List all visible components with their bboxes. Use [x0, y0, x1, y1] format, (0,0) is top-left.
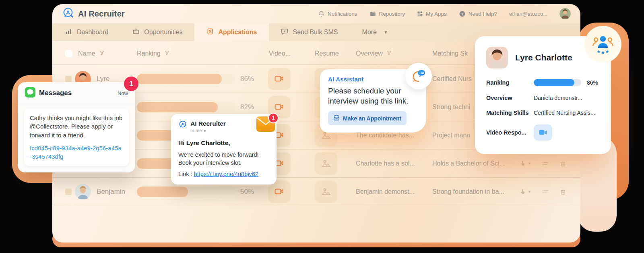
- table-row[interactable]: Benjamin 50% Benjamin demonst... Strong …: [52, 177, 580, 206]
- delete-button[interactable]: [559, 189, 566, 195]
- messages-app-icon: [25, 87, 35, 99]
- tab-send-bulk-sms[interactable]: Send Bulk SMS: [269, 23, 350, 41]
- video-camera-icon: [538, 128, 548, 137]
- resume-button[interactable]: [315, 180, 337, 203]
- video-response-button[interactable]: [268, 68, 291, 90]
- col-header-name[interactable]: Name: [78, 45, 105, 62]
- make-appointment-button[interactable]: Make an Appointment: [328, 111, 407, 125]
- ranking-bar: [137, 102, 235, 112]
- col-resume-label: Resume: [315, 50, 339, 57]
- envelope-icon: 1: [256, 116, 275, 132]
- assistant-message: Please schedule your interview using thi…: [328, 86, 421, 106]
- col-header-matching[interactable]: Matching Sk: [432, 45, 468, 62]
- col-header-video[interactable]: Video...: [269, 45, 291, 62]
- email-sender: AI Recruiter: [190, 120, 226, 127]
- candidate-photo: [486, 47, 508, 68]
- video-response-button[interactable]: [534, 124, 552, 141]
- matching-skills-text: Certified Nurs: [432, 65, 472, 93]
- overview-value: Daniela demonstr...: [534, 95, 582, 101]
- overview-label: Overview: [486, 95, 534, 101]
- svg-text:+AI: +AI: [419, 71, 424, 75]
- tab-send-bulk-sms-label: Send Bulk SMS: [293, 29, 338, 36]
- overview-row: Overview Daniela demonstr...: [486, 95, 600, 101]
- account-email[interactable]: ethan@atozco...: [509, 11, 547, 17]
- video-response-label: Video Respo...: [486, 129, 534, 136]
- app-header: AI Recruiter Notifications Repository My…: [52, 4, 580, 23]
- video-response-row: Video Respo...: [486, 124, 600, 141]
- list-action-button[interactable]: [542, 160, 549, 167]
- nav-my-apps[interactable]: My Apps: [417, 11, 447, 17]
- messages-notification-card: 1 Messages Now Cathy thinks you might li…: [18, 82, 135, 172]
- ai-chat-badge: +AI: [405, 63, 432, 89]
- tab-more-label: More: [362, 29, 377, 36]
- chevron-down-icon: ▼: [203, 129, 206, 133]
- ai-recruiter-logo-icon: [62, 7, 74, 21]
- col-matching-label: Matching Sk: [432, 50, 468, 57]
- chevron-down-icon: ▼: [528, 162, 531, 166]
- overview-text: Charlotte has a sol...: [356, 149, 415, 178]
- image-icon: [320, 186, 332, 197]
- ai-recruiter-logo-icon: [178, 120, 187, 131]
- email-link-line: Link : https:// tiny.one/4u8bjv62: [178, 171, 269, 177]
- resume-button[interactable]: [315, 152, 337, 175]
- candidate-name: Benjamin: [97, 178, 125, 206]
- tab-more[interactable]: More ▼: [350, 23, 400, 41]
- matching-skills-row: Matching Skills Certified Nursing Assis.…: [486, 110, 600, 116]
- tab-opportunities[interactable]: Opportunities: [120, 23, 194, 41]
- matching-skills-text: Project mana: [432, 121, 470, 149]
- col-header-overview[interactable]: Overview: [356, 45, 392, 62]
- matching-skills-label: Matching Skills: [486, 110, 534, 116]
- chevron-down-icon: ▼: [528, 190, 531, 194]
- message-text: Cathy thinks you might like this job @Co…: [30, 114, 123, 139]
- quick-action-button[interactable]: ▼: [519, 160, 531, 167]
- apps-grid-icon: [417, 11, 423, 17]
- quick-action-button[interactable]: ▼: [519, 189, 531, 195]
- nav-repository[interactable]: Repository: [369, 10, 405, 17]
- row-checkbox[interactable]: [65, 76, 72, 82]
- select-all-checkbox[interactable]: [65, 50, 72, 57]
- filter-icon[interactable]: [164, 50, 170, 57]
- col-header-resume[interactable]: Resume: [315, 45, 339, 62]
- filter-icon[interactable]: [386, 50, 392, 57]
- stage: AI Recruiter Notifications Repository My…: [0, 0, 644, 253]
- nav-notifications[interactable]: Notifications: [318, 10, 357, 17]
- matching-skills-text: Strong foundation in ba...: [432, 178, 504, 206]
- filter-icon[interactable]: [99, 50, 105, 57]
- email-greeting: Hi Lyre Charlotte,: [178, 139, 269, 147]
- people-group-icon: [591, 33, 615, 55]
- video-camera-icon: [274, 102, 285, 113]
- nav-my-apps-label: My Apps: [426, 11, 447, 17]
- ranking-bar-fill: [137, 74, 222, 84]
- col-header-ranking[interactable]: Ranking: [137, 45, 170, 62]
- message-bubble[interactable]: Cathy thinks you might like this job @Co…: [24, 108, 129, 166]
- email-recipient[interactable]: to me ▼: [190, 128, 226, 133]
- row-checkbox[interactable]: [65, 189, 72, 195]
- trash-icon: [559, 189, 566, 195]
- ranking-bar-fill: [534, 79, 574, 86]
- assistant-title: AI Assistant: [328, 76, 418, 83]
- folder-icon: [369, 10, 376, 17]
- messages-title: Messages: [39, 89, 72, 97]
- nav-need-help[interactable]: ? Need Help?: [459, 10, 497, 17]
- tab-opportunities-label: Opportunities: [144, 29, 182, 36]
- ranking-row: Ranking 86%: [486, 79, 600, 86]
- tab-dashboard[interactable]: Dashboard: [52, 23, 120, 41]
- tab-applications[interactable]: Applications: [194, 23, 269, 41]
- ranking-label: Ranking: [486, 79, 534, 86]
- messages-time: Now: [118, 90, 128, 96]
- col-name-label: Name: [78, 50, 95, 57]
- list-action-button[interactable]: [542, 188, 549, 195]
- user-avatar[interactable]: [559, 8, 571, 19]
- svg-text:?: ?: [461, 12, 463, 16]
- matching-skills-text: Strong techni: [432, 93, 470, 121]
- message-link[interactable]: fcd045-it89-934a-a4e9-2g56-a45a-3s45743d…: [30, 144, 123, 161]
- make-appointment-label: Make an Appointment: [343, 115, 401, 122]
- ranking-bar-fill: [137, 187, 188, 197]
- question-icon: ?: [459, 10, 466, 17]
- ranking-bar: [137, 187, 235, 197]
- application-doc-icon: [206, 28, 214, 37]
- ai-assistant-card: AI Assistant Please schedule your interv…: [320, 69, 426, 133]
- bell-icon: [318, 10, 325, 17]
- delete-button[interactable]: [559, 160, 566, 167]
- interview-link[interactable]: https:// tiny.one/4u8bjv62: [194, 171, 258, 177]
